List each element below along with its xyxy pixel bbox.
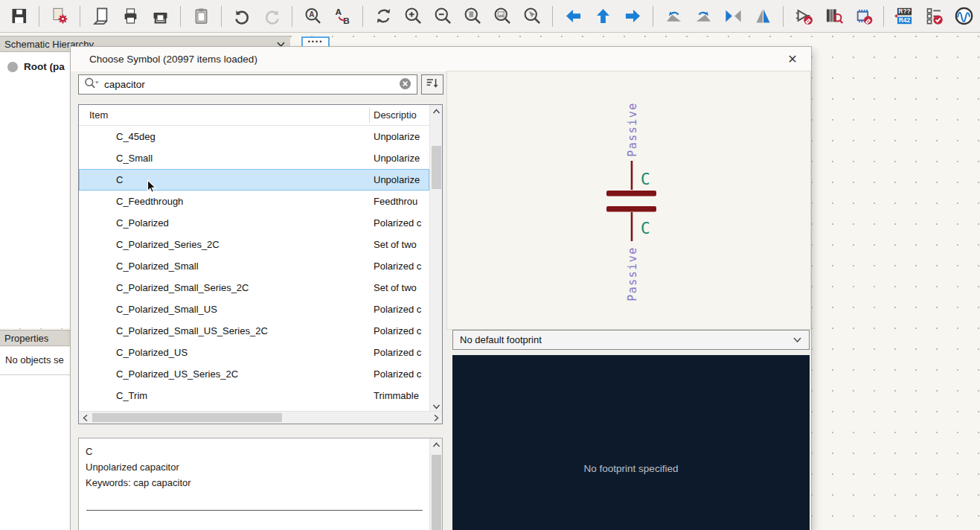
symbol-name: C_45deg [116,131,156,142]
toolbar-paste-button[interactable] [187,3,215,30]
toolbar-save-button[interactable] [4,3,33,30]
toolbar-redo-button [257,3,286,30]
toolbar-zoom-out-button[interactable] [429,3,457,30]
list-header[interactable]: Item Descriptio [79,105,442,126]
toolbar-edit-symbol-button[interactable] [790,3,818,30]
toolbar-zoom-in-button[interactable] [399,3,427,30]
nav-up-icon [593,6,613,26]
toolbar-undo-button[interactable] [228,3,256,30]
symbol-list: Item Descriptio C_45degUnpolarizeC_Small… [78,104,443,424]
symbol-name: C_Trim [116,390,147,401]
sort-icon [424,75,441,94]
details-scrollbar[interactable] [429,438,442,530]
scroll-up-icon[interactable] [430,105,443,118]
list-item[interactable]: C_45degUnpolarize [79,126,429,147]
svg-text:R??: R?? [898,7,910,15]
list-item[interactable]: C_SmallUnpolarize [79,147,429,169]
list-item[interactable]: C_Polarized_SmallPolarized c [79,255,429,277]
symbol-search-box[interactable] [78,74,417,95]
column-divider[interactable] [369,107,370,123]
paste-icon [191,6,211,26]
symbol-name: C_Polarized_Series_2C [116,239,220,250]
symbol-name: C_Polarized_US_Series_2C [116,368,238,380]
symbol-description: Unpolarize [374,147,429,169]
toolbar-browse-symbols-button[interactable] [819,3,848,30]
toolbar-simulator-button[interactable] [949,3,978,30]
toolbar-mirror-h-button[interactable] [719,3,747,30]
symbol-reference: C [641,170,650,188]
symbol-description: Set of two [374,277,429,298]
toolbar-zoom-selection-button[interactable] [518,3,546,30]
list-item[interactable]: C_Polarized_Series_2CSet of two [79,234,429,255]
toolbar-zoom-objects-button[interactable] [488,3,516,30]
print-icon [121,6,141,26]
details-symbol-name: C [86,444,423,459]
scroll-up-icon[interactable] [430,438,443,451]
svg-text:A: A [309,10,315,19]
toolbar-erc-button[interactable] [920,3,948,30]
scrollbar-thumb[interactable] [432,455,441,530]
list-item[interactable]: C_TrimTrimmable [79,385,429,406]
symbol-description: Polarized c [374,298,429,320]
column-item[interactable]: Item [89,109,108,121]
zoom-out-icon [433,6,453,26]
toolbar-sch-setup-button[interactable] [45,3,74,30]
search-input[interactable] [104,79,394,90]
symbol-description: Polarized c [374,320,429,342]
toolbar-nav-right-button[interactable] [618,3,647,30]
list-item[interactable]: C_FeedthroughFeedthrou [79,191,429,212]
list-item[interactable]: C_PolarizedPolarized c [79,212,429,234]
vertical-scrollbar[interactable] [429,105,442,412]
toolbar-find-button[interactable]: A [298,3,327,30]
horizontal-scrollbar[interactable] [79,411,442,424]
scrollbar-thumb[interactable] [92,413,282,422]
save-icon [9,6,29,26]
toolbar-plot-button[interactable] [146,3,174,30]
list-item[interactable]: C_Polarized_Small_Series_2CSet of two [79,277,429,298]
toolbar-rotate-ccw-button[interactable] [659,3,688,30]
edit-footprint-icon [854,6,874,26]
toolbar-refresh-button[interactable] [369,3,397,30]
footprint-select[interactable]: No default footprint [452,330,810,350]
toolbar-print-button[interactable] [116,3,144,30]
undo-icon [232,6,252,26]
close-icon[interactable]: ✕ [784,51,801,68]
symbol-description: Polarized c [374,255,429,277]
sort-button[interactable] [421,74,443,95]
svg-text:R42: R42 [898,16,910,24]
rotate-cw-icon [694,6,714,26]
toolbar-annotate-button[interactable]: R??R42 [890,3,918,30]
symbol-preview-pane: Passive C C Passive [446,71,811,330]
list-item[interactable]: CUnpolarize [79,169,429,191]
toolbar-separator [362,6,363,27]
toolbar-page-settings-button[interactable] [86,3,115,30]
list-item[interactable]: C_Polarized_US_Series_2CPolarized c [79,363,429,385]
symbol-description: Feedthrou [374,191,429,212]
plot-icon [150,6,170,26]
scroll-right-icon[interactable] [429,412,442,424]
clear-search-icon[interactable] [398,77,412,93]
choose-symbol-dialog: Choose Symbol (20997 items loaded) ✕ Ite… [71,47,811,530]
toolbar-rotate-cw-button[interactable] [689,3,717,30]
scrollbar-thumb[interactable] [432,146,441,189]
toolbar-nav-up-button[interactable] [589,3,617,30]
scroll-left-icon[interactable] [79,412,92,424]
symbol-name: C_Polarized_Small_Series_2C [116,282,249,293]
toolbar-find-replace-button[interactable]: AB [328,3,356,30]
annotate-icon: R??R42 [894,6,915,26]
list-item[interactable]: C_Polarized_USPolarized c [79,342,429,363]
symbol-name: C_Polarized_Small_US [116,304,217,315]
dialog-titlebar[interactable]: Choose Symbol (20997 items loaded) ✕ [71,47,811,71]
list-item[interactable]: C_Polarized_Small_USPolarized c [79,298,429,320]
search-icon[interactable] [83,76,100,93]
toolbar-zoom-page-button[interactable] [458,3,487,30]
toolbar-mirror-v-button[interactable] [749,3,777,30]
toolbar-nav-left-button[interactable] [559,3,587,30]
capacitor-symbol: Passive C C Passive [447,71,812,331]
symbol-description: Unpolarize [374,169,429,191]
toolbar-edit-footprint-button[interactable] [849,3,877,30]
column-description[interactable]: Descriptio [374,109,430,121]
list-item[interactable]: C_Polarized_Small_US_Series_2CPolarized … [79,320,429,342]
symbol-description: Set of two [374,234,429,255]
footprint-preview-text: No footprint specified [584,463,679,474]
